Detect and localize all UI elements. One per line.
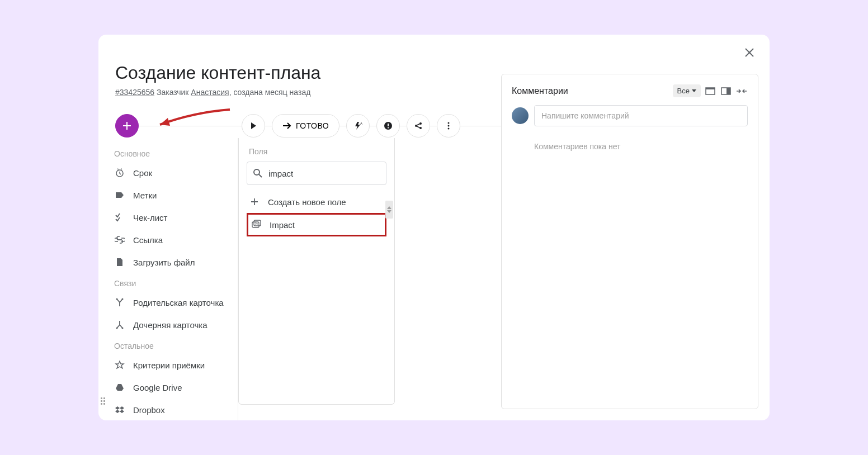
field-result-impact[interactable]: 9+ Impact	[248, 215, 385, 235]
fields-search-box[interactable]	[247, 162, 386, 185]
add-menu-panel: Основное Срок Метки Чек-лист Ссылка Загр…	[104, 138, 238, 420]
layout-full-button[interactable]	[704, 86, 716, 96]
menu-item-label: Родительская карточка	[133, 298, 224, 307]
menu-item-label: Загрузить файл	[133, 258, 195, 267]
menu-item-upload-file[interactable]: Загрузить файл	[104, 251, 238, 273]
svg-point-13	[116, 328, 118, 329]
section-header-other: Остальное	[104, 336, 238, 354]
toolbar: ГОТОВО A	[115, 113, 501, 138]
dropbox-icon	[114, 404, 125, 415]
task-meta: #33425656 Заказчик Анастасия, создана ме…	[115, 88, 501, 97]
menu-item-label: Ссылка	[133, 235, 163, 245]
menu-item-google-drive[interactable]: Google Drive	[104, 376, 238, 399]
comments-filter[interactable]: Все	[673, 84, 701, 97]
branch-up-icon	[114, 297, 125, 308]
svg-rect-2	[388, 124, 389, 126]
menu-item-dropbox[interactable]: Dropbox	[104, 399, 238, 420]
menu-item-label: Критерии приёмки	[133, 361, 205, 370]
clock-icon	[114, 167, 125, 178]
menu-item-label: Метки	[133, 191, 157, 200]
fields-header: Поля	[239, 146, 394, 162]
caret-down-icon	[692, 89, 696, 93]
section-header-main: Основное	[104, 144, 238, 162]
menu-item-deadline[interactable]: Срок	[104, 162, 238, 184]
svg-point-15	[254, 169, 260, 175]
plus-icon	[249, 196, 260, 207]
arrow-right-icon	[282, 122, 291, 130]
svg-point-14	[122, 328, 124, 329]
menu-item-checklist[interactable]: Чек-лист	[104, 206, 238, 229]
menu-item-child-card[interactable]: Дочерняя карточка	[104, 314, 238, 336]
create-field-label: Создать новое поле	[268, 197, 346, 207]
chevron-up-icon	[387, 206, 391, 209]
fields-search-input[interactable]	[268, 169, 380, 178]
share-icon	[414, 121, 423, 130]
file-icon	[114, 257, 125, 268]
highlighted-result: 9+ Impact	[247, 213, 386, 236]
scroll-stepper[interactable]	[385, 201, 393, 219]
svg-point-12	[122, 298, 124, 300]
bolt-icon: A	[353, 121, 362, 130]
drag-handle-icon[interactable]	[101, 395, 107, 406]
chevron-down-icon	[387, 210, 391, 213]
fields-panel: Поля Создать новое поле 9+ Impact	[238, 138, 395, 405]
layout-split-icon	[721, 87, 731, 95]
svg-point-7	[448, 122, 450, 124]
svg-point-9	[448, 128, 450, 130]
gdrive-icon	[114, 382, 125, 393]
comments-header: Комментарии Все	[512, 84, 748, 97]
menu-item-tags[interactable]: Метки	[104, 184, 238, 206]
done-button[interactable]: ГОТОВО	[272, 114, 339, 138]
field-result-label: Impact	[270, 220, 295, 230]
create-field-row[interactable]: Создать новое поле	[239, 191, 394, 213]
menu-item-label: Dropbox	[133, 405, 165, 415]
svg-point-11	[116, 298, 118, 300]
menu-item-label: Срок	[133, 168, 152, 178]
more-vertical-icon	[444, 121, 453, 130]
menu-item-parent-card[interactable]: Родительская карточка	[104, 291, 238, 314]
comment-input[interactable]: Напишите комментарий	[534, 105, 748, 126]
close-button[interactable]	[742, 45, 757, 60]
done-label: ГОТОВО	[296, 121, 329, 130]
menu-item-label: Дочерняя карточка	[133, 320, 207, 330]
branch-down-icon	[114, 319, 125, 330]
created-text: , создана месяц назад	[229, 88, 311, 97]
checklist-icon	[114, 212, 125, 223]
comments-panel: Комментарии Все Напишите комментарий	[501, 74, 758, 409]
svg-point-5	[419, 122, 422, 125]
autofill-button[interactable]: A	[346, 114, 370, 138]
no-comments-text: Комментариев пока нет	[512, 142, 748, 151]
more-button[interactable]	[437, 114, 460, 138]
play-button[interactable]	[242, 114, 265, 138]
svg-text:9+: 9+	[255, 222, 258, 225]
menu-item-acceptance[interactable]: Критерии приёмки	[104, 354, 238, 376]
filter-label: Все	[677, 87, 690, 95]
menu-item-label: Google Drive	[133, 383, 182, 392]
layout-split-button[interactable]	[720, 86, 732, 96]
add-button[interactable]	[115, 114, 139, 138]
menu-item-link[interactable]: Ссылка	[104, 229, 238, 251]
alert-icon	[384, 121, 393, 130]
svg-rect-3	[388, 127, 389, 129]
section-header-relations: Связи	[104, 273, 238, 291]
svg-rect-22	[727, 88, 730, 94]
customer-name-link[interactable]: Анастасия	[191, 88, 229, 97]
alert-button[interactable]	[376, 114, 400, 138]
task-id-link[interactable]: #33425656	[115, 88, 154, 97]
link-icon	[114, 234, 125, 245]
task-card-window: Создание контент-плана #33425656 Заказчи…	[98, 35, 770, 420]
menu-item-label: Чек-лист	[133, 213, 167, 222]
plus-icon	[122, 121, 132, 131]
task-title: Создание контент-плана	[115, 63, 501, 83]
tag-icon	[114, 189, 125, 201]
search-icon	[253, 168, 263, 178]
expand-button[interactable]	[735, 86, 748, 96]
comments-tools: Все	[673, 84, 748, 97]
play-icon	[249, 122, 257, 130]
svg-rect-20	[706, 88, 715, 89]
share-button[interactable]	[407, 114, 430, 138]
close-icon	[744, 48, 754, 58]
avatar	[512, 107, 529, 124]
star-icon	[114, 359, 125, 371]
svg-text:A: A	[360, 122, 362, 125]
